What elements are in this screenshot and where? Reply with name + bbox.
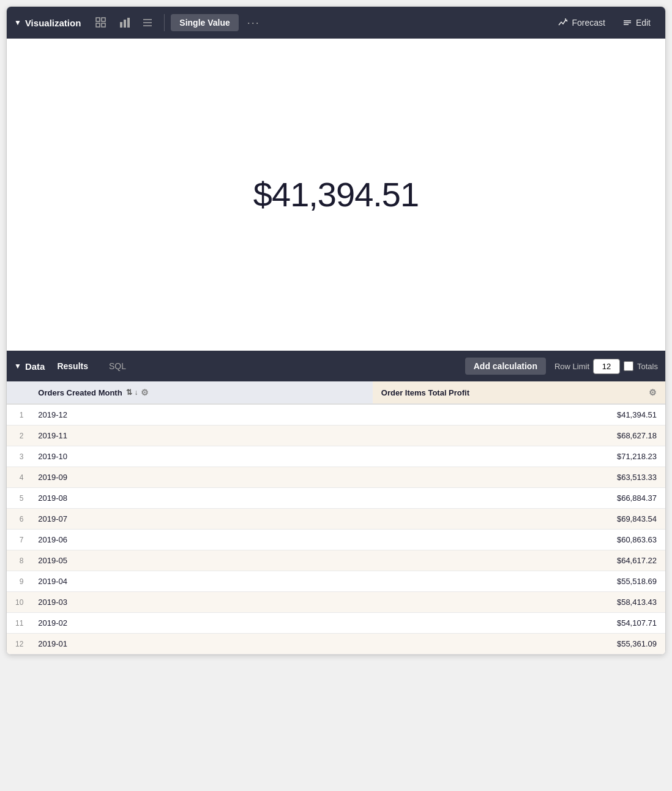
table-row: 11 2019-02 $54,107.71 xyxy=(7,613,665,634)
svg-rect-0 xyxy=(96,18,100,21)
table-row: 8 2019-05 $64,617.22 xyxy=(7,550,665,571)
profit-cell: $55,518.69 xyxy=(373,571,665,592)
bar-chart-button[interactable] xyxy=(114,13,135,32)
date-cell: 2019-07 xyxy=(29,509,372,530)
table-row: 3 2019-10 $71,218.23 xyxy=(7,446,665,467)
data-table: Orders Created Month ⇅ ↓ ⚙ Order Items T… xyxy=(7,381,665,654)
edit-label: Edit xyxy=(636,18,651,28)
forecast-label: Forecast xyxy=(572,18,605,28)
profit-cell: $60,863.63 xyxy=(373,530,665,550)
row-limit-label: Row Limit xyxy=(554,362,589,371)
row-number: 9 xyxy=(7,571,29,592)
profit-col-settings-icon[interactable]: ⚙ xyxy=(649,388,657,397)
table-row: 2 2019-11 $68,627.18 xyxy=(7,425,665,446)
single-value-display: $41,394.51 xyxy=(253,174,419,214)
date-cell: 2019-09 xyxy=(29,467,372,488)
svg-rect-6 xyxy=(127,18,130,28)
single-value-tab[interactable]: Single Value xyxy=(171,14,238,31)
row-number: 8 xyxy=(7,550,29,571)
row-number: 11 xyxy=(7,613,29,634)
totals-group: Totals xyxy=(624,361,658,371)
table-row: 4 2019-09 $63,513.33 xyxy=(7,467,665,488)
svg-rect-1 xyxy=(102,18,105,21)
row-number: 6 xyxy=(7,509,29,530)
row-limit-input[interactable] xyxy=(593,359,620,374)
toolbar-separator xyxy=(164,14,165,31)
profit-cell: $63,513.33 xyxy=(373,467,665,488)
viz-chevron-icon: ▼ xyxy=(14,18,21,27)
total-profit-header: Order Items Total Profit ⚙ xyxy=(373,381,665,404)
date-cell: 2019-08 xyxy=(29,488,372,509)
row-number: 1 xyxy=(7,404,29,425)
single-value-area: $41,394.51 xyxy=(7,39,665,351)
profit-cell: $71,218.23 xyxy=(373,446,665,467)
table-row: 5 2019-08 $66,884.37 xyxy=(7,488,665,509)
date-cell: 2019-06 xyxy=(29,530,372,550)
orders-col-settings-icon[interactable]: ⚙ xyxy=(141,388,149,397)
sort-filter-icon[interactable]: ⇅ xyxy=(126,388,132,397)
profit-cell: $66,884.37 xyxy=(373,488,665,509)
svg-rect-3 xyxy=(102,23,105,27)
date-cell: 2019-05 xyxy=(29,550,372,571)
row-number: 5 xyxy=(7,488,29,509)
table-body: 1 2019-12 $41,394.51 2 2019-11 $68,627.1… xyxy=(7,404,665,654)
main-container: ▼ Visualization Si xyxy=(6,6,666,655)
add-calculation-button[interactable]: Add calculation xyxy=(465,358,546,375)
profit-cell: $41,394.51 xyxy=(373,404,665,425)
sql-tab[interactable]: SQL xyxy=(100,358,135,375)
profit-cell: $68,627.18 xyxy=(373,425,665,446)
date-cell: 2019-04 xyxy=(29,571,372,592)
totals-label: Totals xyxy=(637,362,658,371)
date-cell: 2019-03 xyxy=(29,592,372,613)
orders-month-label: Orders Created Month xyxy=(38,388,122,397)
row-num-header xyxy=(7,381,29,404)
table-header-row: Orders Created Month ⇅ ↓ ⚙ Order Items T… xyxy=(7,381,665,404)
row-number: 3 xyxy=(7,446,29,467)
profit-cell: $55,361.09 xyxy=(373,634,665,654)
viz-toolbar: ▼ Visualization Si xyxy=(7,7,665,39)
table-row: 10 2019-03 $58,413.43 xyxy=(7,592,665,613)
table-row: 9 2019-04 $55,518.69 xyxy=(7,571,665,592)
svg-rect-4 xyxy=(120,22,122,28)
table-row: 7 2019-06 $60,863.63 xyxy=(7,530,665,550)
viz-title-group: ▼ Visualization xyxy=(14,18,81,28)
date-cell: 2019-10 xyxy=(29,446,372,467)
forecast-button[interactable]: Forecast xyxy=(551,14,612,31)
svg-rect-2 xyxy=(96,23,100,27)
total-profit-label: Order Items Total Profit xyxy=(381,388,469,397)
data-title-group: ▼ Data xyxy=(14,361,45,372)
date-cell: 2019-02 xyxy=(29,613,372,634)
date-cell: 2019-12 xyxy=(29,404,372,425)
profit-cell: $58,413.43 xyxy=(373,592,665,613)
data-toolbar: ▼ Data Results SQL Add calculation Row L… xyxy=(7,351,665,381)
results-tab[interactable]: Results xyxy=(48,358,97,375)
viz-title-label: Visualization xyxy=(25,18,81,28)
more-options-button[interactable]: ··· xyxy=(241,13,266,33)
row-number: 12 xyxy=(7,634,29,654)
table-row: 1 2019-12 $41,394.51 xyxy=(7,404,665,425)
data-title-label: Data xyxy=(25,361,45,372)
table-row: 6 2019-07 $69,843.54 xyxy=(7,509,665,530)
profit-cell: $64,617.22 xyxy=(373,550,665,571)
data-table-wrapper: Orders Created Month ⇅ ↓ ⚙ Order Items T… xyxy=(7,381,665,654)
row-number: 10 xyxy=(7,592,29,613)
table-view-button[interactable] xyxy=(91,13,111,32)
orders-month-header: Orders Created Month ⇅ ↓ ⚙ xyxy=(29,381,372,404)
totals-checkbox[interactable] xyxy=(624,361,633,371)
edit-button[interactable]: Edit xyxy=(615,14,658,31)
list-view-button[interactable] xyxy=(137,13,158,32)
row-number: 2 xyxy=(7,425,29,446)
sort-down-icon[interactable]: ↓ xyxy=(135,388,138,397)
data-chevron-icon: ▼ xyxy=(14,362,21,370)
row-number: 7 xyxy=(7,530,29,550)
table-row: 12 2019-01 $55,361.09 xyxy=(7,634,665,654)
profit-cell: $54,107.71 xyxy=(373,613,665,634)
svg-rect-5 xyxy=(124,20,126,28)
date-cell: 2019-01 xyxy=(29,634,372,654)
row-number: 4 xyxy=(7,467,29,488)
date-cell: 2019-11 xyxy=(29,425,372,446)
profit-cell: $69,843.54 xyxy=(373,509,665,530)
